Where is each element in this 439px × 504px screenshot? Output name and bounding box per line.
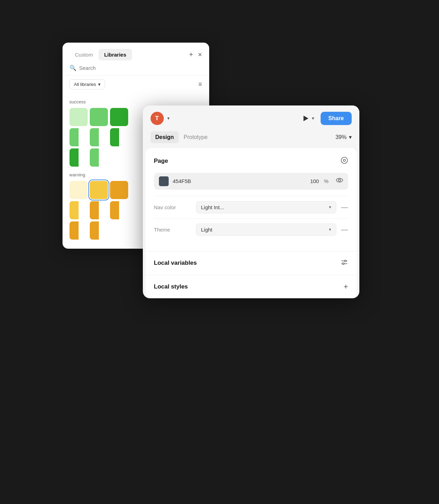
local-variables-label: Local variables (154, 260, 197, 266)
success-swatch-5[interactable] (90, 128, 108, 146)
list-view-icon[interactable]: ≡ (198, 81, 202, 88)
svg-point-7 (342, 263, 344, 264)
svg-point-3 (338, 179, 341, 181)
success-label: success (69, 99, 202, 104)
warning-swatch-1[interactable] (69, 181, 88, 199)
custom-tab[interactable]: Custom (69, 49, 99, 60)
warning-swatch-6[interactable] (110, 201, 128, 219)
warning-swatch-4[interactable] (69, 201, 88, 219)
zoom-display[interactable]: 39% ▾ (335, 134, 351, 140)
play-button[interactable] (303, 116, 308, 121)
color-property-row: 454F5B 100 % (154, 173, 348, 190)
theme-value: Light (201, 227, 213, 233)
design-body: Page 454F5B 100 % (146, 148, 357, 251)
filter-label: All libraries (74, 82, 96, 87)
nav-color-chevron: ▾ (329, 205, 331, 210)
zoom-chevron: ▾ (349, 134, 352, 140)
color-hex: 454F5B (173, 178, 306, 184)
close-icon[interactable]: × (198, 51, 202, 59)
libraries-tab[interactable]: Libraries (98, 49, 132, 60)
avatar-chevron[interactable]: ▾ (167, 116, 170, 121)
page-section-header: Page (154, 156, 348, 166)
svg-point-0 (341, 157, 347, 163)
warning-swatch-3[interactable] (110, 181, 128, 199)
settings-icon[interactable] (341, 156, 348, 166)
success-swatch-4[interactable] (69, 128, 88, 146)
design-header: T ▾ ▾ Share (143, 105, 359, 131)
color-pct: % (324, 178, 328, 184)
tab-design[interactable]: Design (151, 131, 179, 143)
success-swatch-8[interactable] (90, 148, 108, 167)
local-styles-row: Local styles + (146, 275, 357, 298)
theme-chevron: ▾ (329, 227, 331, 232)
lib-filter-row: All libraries ▾ ≡ (63, 76, 209, 93)
svg-point-2 (336, 178, 343, 182)
play-icon (303, 116, 308, 121)
avatar[interactable]: T (151, 112, 164, 125)
success-swatch-6[interactable] (110, 128, 128, 146)
add-icon[interactable]: + (189, 51, 193, 59)
success-swatch-2[interactable] (90, 108, 108, 126)
warning-swatch-2[interactable] (90, 181, 108, 199)
share-button[interactable]: Share (321, 112, 351, 125)
theme-row: Theme Light ▾ — (154, 218, 348, 241)
nav-color-value: Light Int... (201, 204, 224, 210)
svg-point-1 (343, 159, 345, 161)
theme-label: Theme (154, 227, 196, 233)
tab-prototype[interactable]: Prototype (179, 131, 212, 143)
filter-chevron: ▾ (98, 82, 101, 87)
success-swatch-1[interactable] (69, 108, 88, 126)
theme-minus[interactable]: — (341, 226, 348, 234)
add-local-style-button[interactable]: + (344, 282, 348, 291)
search-icon: 🔍 (69, 65, 76, 71)
color-opacity: 100 (310, 178, 319, 184)
nav-color-label: Nav color (154, 204, 196, 210)
zoom-value: 39% (335, 134, 346, 140)
eye-icon[interactable] (336, 176, 343, 186)
search-input[interactable] (79, 65, 202, 71)
local-variables-row: Local variables (146, 251, 357, 275)
scene: Custom Libraries + × 🔍 All libraries ▾ ≡… (63, 43, 377, 462)
warning-swatch-8[interactable] (90, 221, 108, 240)
nav-color-minus[interactable]: — (341, 203, 348, 211)
local-styles-label: Local styles (154, 283, 188, 290)
success-swatch-3[interactable] (110, 108, 128, 126)
design-tabs-row: Design Prototype 39% ▾ (143, 131, 359, 148)
design-panel: T ▾ ▾ Share Design Prototype 39% ▾ Page (143, 105, 359, 298)
page-section-title: Page (154, 158, 168, 165)
nav-color-row: Nav color Light Int... ▾ — (154, 196, 348, 218)
theme-dropdown[interactable]: Light ▾ (196, 224, 336, 236)
success-swatch-7[interactable] (69, 148, 88, 167)
warning-swatch-7[interactable] (69, 221, 88, 240)
lib-search: 🔍 (63, 60, 209, 76)
play-chevron[interactable]: ▾ (312, 116, 314, 121)
warning-swatch-5[interactable] (90, 201, 108, 219)
all-libraries-dropdown[interactable]: All libraries ▾ (69, 79, 105, 89)
lib-header: Custom Libraries + × (63, 43, 209, 60)
lib-header-actions: + × (189, 51, 202, 59)
sliders-icon[interactable] (341, 258, 348, 268)
svg-point-6 (344, 260, 346, 262)
color-block[interactable] (159, 176, 169, 186)
nav-color-dropdown[interactable]: Light Int... ▾ (196, 201, 336, 213)
